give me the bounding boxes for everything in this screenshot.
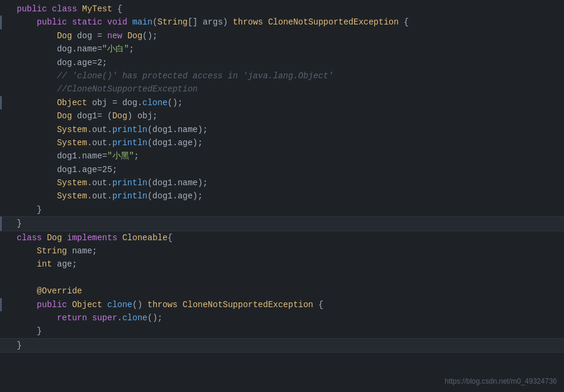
token-plain — [17, 138, 57, 148]
token-plain: dog = — [72, 31, 107, 41]
token-plain — [17, 71, 57, 81]
token-plain: dog1. — [17, 165, 82, 174]
line-content: // 'clone()' has protected access in 'ja… — [17, 69, 564, 82]
line-content: dog.age=2; — [17, 56, 564, 69]
token-plain — [17, 259, 37, 269]
line-content: System.out.println(dog1.name); — [17, 176, 564, 189]
line-content: } — [17, 203, 564, 216]
token-plain: age=25; — [82, 165, 117, 174]
token-plain — [17, 111, 57, 121]
line-content: Dog dog = new Dog(); — [17, 29, 564, 42]
line-content: } — [17, 339, 564, 352]
token-plain: obj = dog. — [87, 98, 142, 108]
token-plain: (dog1.name); — [147, 125, 208, 134]
token-fn: println — [112, 191, 148, 201]
code-line: } — [0, 203, 564, 216]
token-plain: { — [112, 4, 123, 14]
code-line: } — [0, 324, 564, 338]
token-classname: System — [57, 138, 87, 148]
token-plain — [122, 31, 127, 41]
token-plain — [102, 300, 107, 310]
code-line: Object obj = dog.clone(); — [0, 96, 564, 109]
token-kw: class — [52, 4, 77, 14]
token-plain: dog. — [17, 44, 77, 54]
line-content: System.out.println(dog1.name); — [17, 123, 564, 136]
watermark: https://blog.csdn.net/m0_49324736 — [445, 376, 557, 387]
token-plain — [263, 17, 268, 27]
token-plain: name= — [77, 44, 102, 54]
token-plain: { — [167, 233, 172, 243]
token-classname: System — [57, 178, 87, 188]
token-classname: Object — [72, 300, 102, 310]
line-content: System.out.println(dog1.age); — [17, 189, 564, 203]
token-str: "小白" — [102, 44, 129, 54]
token-plain: } — [17, 205, 42, 215]
token-kw: public — [17, 4, 47, 14]
line-content: return super.clone(); — [17, 311, 564, 324]
token-fn: clone — [122, 313, 147, 323]
token-plain: () — [132, 300, 147, 310]
token-plain: ; — [134, 151, 139, 161]
token-kw: class — [17, 233, 42, 243]
token-classname: Dog — [47, 233, 62, 243]
token-kw: public — [37, 17, 67, 27]
token-plain: { — [399, 17, 409, 27]
token-classname: String — [37, 246, 67, 256]
token-classname: Dog — [57, 111, 72, 121]
token-kw: new — [107, 31, 122, 41]
line-content: dog.name="小白"; — [17, 42, 564, 56]
code-editor: public class MyTest { public static void… — [0, 0, 564, 392]
token-kw: void — [107, 17, 127, 27]
token-plain — [17, 300, 37, 310]
token-plain — [47, 4, 51, 14]
line-content: dog1.age=25; — [17, 163, 564, 176]
token-plain: ; — [129, 44, 134, 54]
line-content: //CloneNotSupportedException — [17, 82, 564, 96]
code-line: String name; — [0, 244, 564, 258]
token-plain: (); — [142, 31, 157, 41]
token-kw-orange: throws — [233, 17, 263, 27]
token-kw-orange: throws — [148, 300, 178, 310]
code-line: return super.clone(); — [0, 311, 564, 324]
token-plain: .out. — [87, 125, 112, 134]
token-classname: MyTest — [82, 4, 112, 14]
token-classname: Object — [57, 98, 87, 108]
code-line: //CloneNotSupportedException — [0, 82, 564, 96]
token-plain: .out. — [87, 138, 112, 148]
code-line: System.out.println(dog1.name); — [0, 123, 564, 136]
line-content: Object obj = dog.clone(); — [17, 96, 564, 109]
code-line — [0, 271, 564, 284]
token-fn: main — [132, 17, 153, 27]
token-plain: } — [17, 219, 22, 228]
token-plain: (dog1.age); — [147, 138, 202, 148]
token-plain — [17, 191, 57, 201]
token-classname: CloneNotSupportedException — [268, 17, 398, 27]
line-content: @Override — [17, 284, 564, 298]
token-kw: public — [37, 300, 67, 310]
line-content: } — [17, 324, 564, 338]
token-plain: } — [17, 326, 42, 336]
token-kw: implements — [67, 233, 117, 243]
token-plain: [] args) — [188, 17, 233, 27]
code-line: public static void main(String[] args) t… — [0, 16, 564, 29]
token-plain — [17, 31, 57, 41]
code-line: class Dog implements Cloneable{ — [0, 231, 564, 244]
token-kw: super — [92, 313, 117, 323]
token-plain: .out. — [87, 178, 112, 188]
line-content: int age; — [17, 258, 564, 271]
token-classname: Dog — [57, 31, 72, 41]
code-line: Dog dog1= (Dog) obj; — [0, 109, 564, 122]
code-line: } — [0, 338, 564, 353]
token-plain: (); — [167, 98, 182, 108]
token-plain: .out. — [87, 191, 112, 201]
token-plain — [62, 233, 67, 243]
code-line: dog.age=2; — [0, 56, 564, 69]
token-classname: Dog — [112, 111, 127, 121]
token-comment: // 'clone()' has protected access in 'ja… — [57, 71, 333, 81]
token-plain: name; — [67, 246, 97, 256]
token-kw-orange: int — [37, 259, 52, 269]
code-line: // 'clone()' has protected access in 'ja… — [0, 69, 564, 82]
line-content: String name; — [17, 244, 564, 258]
token-fn: println — [112, 178, 148, 188]
token-classname: Dog — [127, 31, 142, 41]
